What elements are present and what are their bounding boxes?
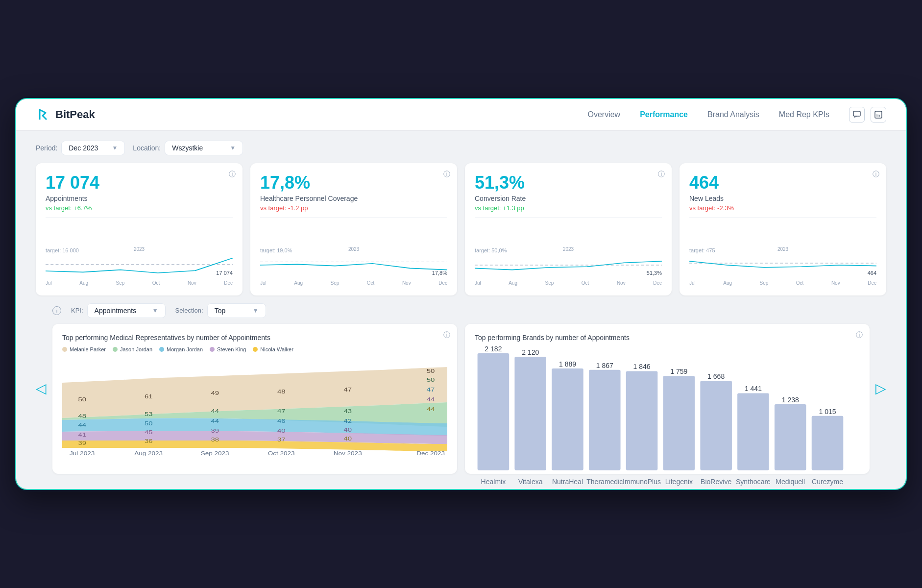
header: BitPeak Overview Performance Brand Analy… (16, 99, 906, 131)
brand-info-icon[interactable]: ⓘ (856, 331, 863, 340)
svg-text:ImmunoPlus: ImmunoPlus (623, 477, 661, 485)
kpi-card-appointments: ⓘ 17 074 Appointments vs target: +6.7% t… (36, 163, 243, 295)
kpi-months-4: JulAugSepOctNovDec (689, 280, 876, 286)
period-label: Period: (36, 144, 57, 152)
header-icons: in (849, 107, 886, 122)
legend-dot-steven (210, 347, 215, 352)
nav-performance[interactable]: Performance (640, 110, 688, 119)
svg-text:44: 44 (427, 396, 435, 403)
period-chevron: ▼ (112, 145, 118, 151)
svg-text:49: 49 (211, 390, 219, 396)
logo-icon (36, 107, 51, 122)
linkedin-icon-btn[interactable]: in (871, 107, 886, 122)
brand-chart-area: 2 182 Healmix 2 120 Vitalexa 1 889 Nutra… (475, 346, 860, 464)
kpi-selector-label: KPI: (71, 307, 83, 314)
kpi-target-3: target: 50,0% (475, 247, 507, 253)
kpi-target-4: target: 475 (689, 247, 715, 253)
med-rep-info-icon[interactable]: ⓘ (443, 331, 450, 340)
svg-text:47: 47 (277, 408, 286, 415)
nav-med-rep-kpis[interactable]: Med Rep KPIs (779, 110, 829, 119)
legend-melanie: Melanie Parker (62, 346, 106, 352)
svg-text:1 867: 1 867 (596, 361, 613, 369)
kpi-cards: ⓘ 17 074 Appointments vs target: +6.7% t… (36, 163, 886, 295)
streamgraph-svg: 50 48 44 41 39 61 53 50 45 36 (62, 358, 447, 456)
kpi-value-4: 464 (689, 173, 876, 193)
svg-rect-58 (663, 376, 695, 470)
legend-dot-melanie (62, 347, 67, 352)
svg-text:53: 53 (145, 411, 153, 417)
filters-row: Period: Dec 2023 ▼ Location: Wszystkie ▼ (36, 141, 886, 155)
info-icon-2[interactable]: ⓘ (443, 170, 450, 179)
svg-text:45: 45 (145, 429, 153, 436)
svg-text:Aug 2023: Aug 2023 (134, 450, 163, 456)
svg-text:48: 48 (78, 413, 86, 419)
brand-bar-svg: 2 182 Healmix 2 120 Vitalexa 1 889 Nutra… (475, 346, 860, 489)
kpi-months-1: JulAugSepOctNovDec (46, 280, 233, 286)
next-arrow[interactable]: ▷ (875, 380, 886, 396)
svg-text:46: 46 (277, 418, 286, 424)
svg-text:47: 47 (427, 387, 435, 393)
svg-text:Jul 2023: Jul 2023 (70, 450, 95, 456)
legend-dot-nicola (253, 347, 258, 352)
kpi-target-1: target: 16 000 (46, 247, 79, 253)
nav-brand-analysis[interactable]: Brand Analysis (707, 110, 759, 119)
svg-text:39: 39 (78, 440, 86, 446)
svg-text:1 238: 1 238 (782, 395, 799, 403)
svg-rect-70 (812, 416, 844, 470)
med-rep-chart-title: Top performing Medical Representatives b… (62, 334, 447, 342)
legend-nicola: Nicola Walker (253, 346, 293, 352)
kpi-selector-select[interactable]: Appointments ▼ (87, 303, 166, 318)
svg-rect-64 (737, 393, 769, 470)
svg-rect-55 (626, 371, 658, 470)
prev-arrow[interactable]: ◁ (36, 380, 47, 396)
kpi-card-leads: ⓘ 464 New Leads vs target: -2.3% target:… (679, 163, 886, 295)
info-icon-4[interactable]: ⓘ (873, 170, 879, 179)
svg-text:NutraHeal: NutraHeal (552, 477, 583, 485)
selection-label: Selection: (175, 307, 203, 314)
kpi-label-1: Appointments (46, 195, 233, 202)
period-select[interactable]: Dec 2023 ▼ (61, 141, 125, 155)
kpi-card-coverage: ⓘ 17,8% Healthcare Personnel Coverage vs… (250, 163, 457, 295)
svg-text:Sep 2023: Sep 2023 (201, 450, 229, 456)
main-content: Period: Dec 2023 ▼ Location: Wszystkie ▼… (16, 131, 906, 489)
selection-group: Selection: Top ▼ (175, 303, 266, 318)
main-nav: Overview Performance Brand Analysis Med … (587, 110, 829, 119)
kpi-months-2: JulAugSepOctNovDec (260, 280, 447, 286)
legend-jason: Jason Jordan (113, 346, 152, 352)
info-icon-3[interactable]: ⓘ (658, 170, 665, 179)
kpi-vs-2: vs target: -1.2 pp (260, 204, 447, 212)
kpi-vs-3: vs target: +1.3 pp (475, 204, 662, 212)
svg-text:44: 44 (78, 422, 86, 428)
svg-text:1 846: 1 846 (633, 363, 651, 370)
location-select[interactable]: Wszystkie ▼ (165, 141, 243, 155)
svg-rect-43 (478, 353, 510, 470)
chat-icon-btn[interactable] (849, 107, 865, 122)
svg-text:Healmix: Healmix (481, 477, 506, 485)
kpi-value-3: 51,3% (475, 173, 662, 193)
svg-text:44: 44 (427, 406, 435, 413)
svg-rect-61 (700, 381, 732, 470)
svg-text:1 889: 1 889 (559, 360, 576, 368)
svg-text:2 120: 2 120 (522, 348, 539, 356)
kpi-vs-4: vs target: -2.3% (689, 204, 876, 212)
bottom-content: i KPI: Appointments ▼ Selection: Top ▼ (52, 303, 870, 474)
svg-rect-49 (552, 368, 583, 470)
bottom-info-icon[interactable]: i (52, 306, 61, 315)
location-filter-group: Location: Wszystkie ▼ (133, 141, 243, 155)
chart-legend: Melanie Parker Jason Jordan Morgan Jorda… (62, 346, 447, 352)
svg-text:1 441: 1 441 (745, 385, 762, 392)
svg-text:Nov 2023: Nov 2023 (334, 450, 362, 456)
info-icon-1[interactable]: ⓘ (229, 170, 236, 179)
svg-text:41: 41 (78, 432, 86, 438)
kpi-chart-4: target: 475 464 JulAugSepOctNovDec 2023 (689, 246, 876, 286)
svg-text:44: 44 (211, 408, 219, 415)
svg-text:40: 40 (277, 428, 286, 434)
period-filter-group: Period: Dec 2023 ▼ (36, 141, 125, 155)
legend-morgan: Morgan Jordan (159, 346, 203, 352)
selection-select[interactable]: Top ▼ (207, 303, 266, 318)
nav-overview[interactable]: Overview (587, 110, 620, 119)
svg-text:40: 40 (343, 436, 352, 442)
svg-text:in: in (876, 113, 880, 118)
svg-rect-52 (589, 369, 621, 470)
svg-text:1 015: 1 015 (819, 407, 836, 415)
